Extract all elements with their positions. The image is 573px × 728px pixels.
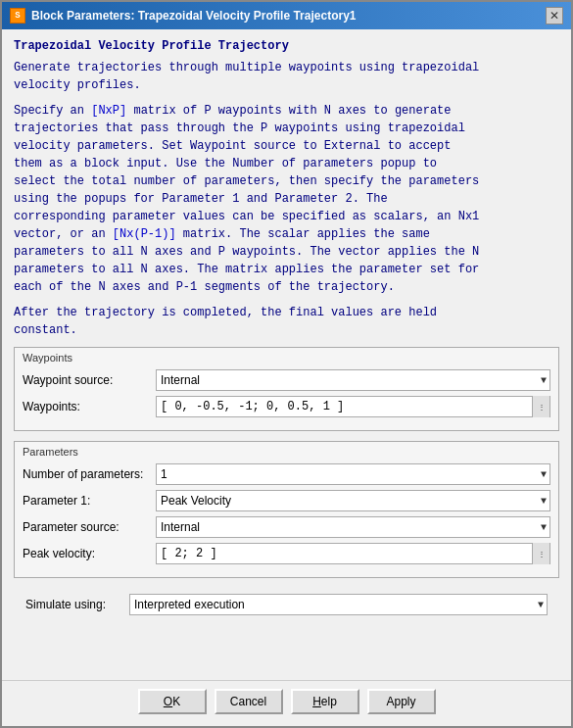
waypoints-section-title: Waypoints [15, 348, 558, 365]
peak-velocity-row: Peak velocity: ⋮ [23, 543, 550, 564]
waypoints-input-wrapper: ⋮ [156, 396, 550, 417]
waypoint-source-select[interactable]: Internal External [156, 369, 550, 391]
window-icon: S [10, 8, 25, 24]
simulate-select[interactable]: Interpreted execution Code generation [129, 594, 548, 615]
waypoint-source-label: Waypoint source: [23, 373, 150, 387]
apply-label: Apply [386, 695, 415, 708]
title-bar: S Block Parameters: Trapezoidal Velocity… [2, 2, 571, 29]
title-bar-left: S Block Parameters: Trapezoidal Velocity… [10, 8, 356, 24]
bottom-buttons: OK Cancel Help Apply [2, 680, 571, 726]
num-params-label: Number of parameters: [23, 467, 150, 481]
ok-label: OK [164, 695, 180, 708]
peak-velocity-control: ⋮ [156, 543, 550, 564]
param-source-label: Parameter source: [23, 520, 150, 534]
param1-row: Parameter 1: Peak Velocity Acceleration … [23, 490, 550, 511]
main-window: S Block Parameters: Trapezoidal Velocity… [0, 0, 573, 728]
waypoints-row: Waypoints: ⋮ [23, 396, 550, 417]
simulate-dropdown-container: Interpreted execution Code generation ▼ [129, 594, 548, 615]
simulate-label: Simulate using: [25, 598, 123, 611]
param1-select[interactable]: Peak Velocity Acceleration Deceleration [156, 490, 550, 511]
param-source-dropdown-container: Internal External ▼ [156, 516, 550, 538]
waypoints-control: ⋮ [156, 396, 550, 417]
simulate-row: Simulate using: Interpreted execution Co… [14, 588, 559, 621]
waypoints-section: Waypoints Waypoint source: Internal Exte… [14, 347, 559, 431]
simulate-control: Interpreted execution Code generation ▼ [129, 594, 548, 615]
help-button[interactable]: Help [291, 689, 359, 714]
description-para-3: After the trajectory is completed, the f… [14, 304, 559, 339]
num-params-select[interactable]: 1 2 [156, 463, 550, 485]
ok-button[interactable]: OK [138, 689, 207, 714]
peak-velocity-input-wrapper: ⋮ [156, 543, 550, 564]
waypoint-source-dropdown-container: Internal External ▼ [156, 369, 550, 391]
description-para-2: Specify an [NxP] matrix of P waypoints w… [14, 102, 559, 296]
param-source-row: Parameter source: Internal External ▼ [23, 516, 550, 538]
num-params-dropdown-container: 1 2 ▼ [156, 463, 550, 485]
num-params-control: 1 2 ▼ [156, 463, 550, 485]
parameters-section-content: Number of parameters: 1 2 ▼ Parameter 1 [15, 460, 558, 577]
window-title: Block Parameters: Trapezoidal Velocity P… [31, 9, 356, 23]
param-source-select[interactable]: Internal External [156, 516, 550, 538]
param1-control: Peak Velocity Acceleration Deceleration … [156, 490, 550, 511]
parameters-section-title: Parameters [15, 442, 558, 460]
apply-button[interactable]: Apply [367, 689, 436, 714]
waypoints-label: Waypoints: [23, 400, 150, 413]
close-button[interactable]: ✕ [546, 7, 563, 24]
param-source-control: Internal External ▼ [156, 516, 550, 538]
peak-velocity-menu-btn[interactable]: ⋮ [532, 543, 549, 564]
waypoints-menu-btn[interactable]: ⋮ [532, 396, 549, 417]
param1-label: Parameter 1: [23, 494, 150, 508]
content-area: Trapezoidal Velocity Profile Trajectory … [2, 29, 571, 680]
description-para-1: Generate trajectories through multiple w… [14, 59, 559, 94]
cancel-button[interactable]: Cancel [215, 689, 283, 714]
peak-velocity-label: Peak velocity: [23, 547, 150, 560]
param1-dropdown-container: Peak Velocity Acceleration Deceleration … [156, 490, 550, 511]
parameters-section: Parameters Number of parameters: 1 2 ▼ [14, 441, 559, 578]
description-header: Trapezoidal Velocity Profile Trajectory [14, 39, 559, 53]
waypoint-source-row: Waypoint source: Internal External ▼ [23, 369, 550, 391]
help-label: Help [312, 695, 337, 708]
waypoints-input[interactable] [157, 397, 532, 416]
waypoint-source-control: Internal External ▼ [156, 369, 550, 391]
cancel-label: Cancel [230, 695, 266, 708]
waypoints-section-content: Waypoint source: Internal External ▼ Wa [15, 365, 558, 430]
num-params-row: Number of parameters: 1 2 ▼ [23, 463, 550, 485]
peak-velocity-input[interactable] [157, 544, 532, 563]
